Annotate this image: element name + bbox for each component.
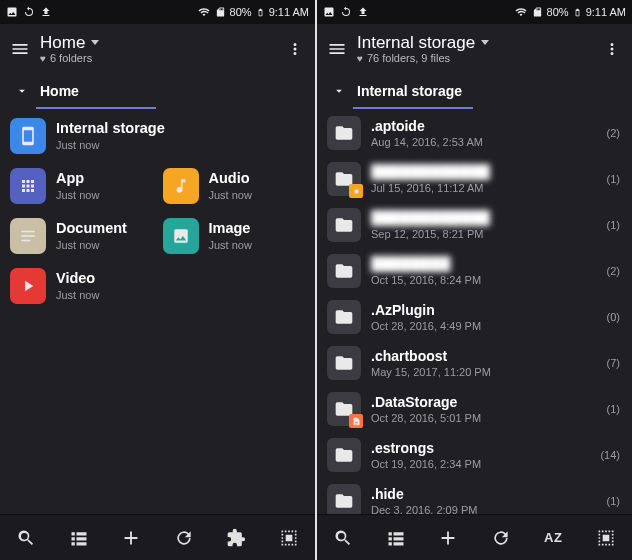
folder-icon [327, 254, 361, 288]
search-button[interactable] [328, 523, 358, 553]
app-bar: Internal storage ♥76 folders, 9 files [317, 24, 632, 74]
category-internal-storage[interactable]: Internal storageJust now [10, 114, 305, 158]
file-date: Oct 28, 2016, 5:01 PM [371, 412, 597, 425]
upload-icon [357, 6, 369, 18]
overflow-button[interactable] [600, 37, 624, 61]
add-button[interactable] [433, 523, 463, 553]
status-bar: 80% 9:11 AM [317, 0, 632, 24]
file-count: (2) [607, 265, 620, 277]
list-item[interactable]: .estrongsOct 19, 2016, 2:34 PM(14) [317, 432, 632, 478]
view-button[interactable] [64, 523, 94, 553]
menu-button[interactable] [8, 37, 32, 61]
breadcrumb[interactable]: Home [0, 74, 315, 108]
folder-icon [327, 438, 361, 472]
title-block[interactable]: Home ♥6 folders [40, 34, 99, 65]
file-count: (1) [607, 173, 620, 185]
overflow-button[interactable] [283, 37, 307, 61]
wifi-icon [514, 6, 528, 18]
document-icon [10, 218, 46, 254]
add-button[interactable] [116, 523, 146, 553]
dropdown-icon [481, 40, 489, 45]
file-count: (14) [600, 449, 620, 461]
category-sub: Just now [56, 139, 165, 152]
category-label: Internal storage [56, 120, 165, 137]
file-date: Jul 15, 2016, 11:12 AM [371, 182, 597, 195]
category-document[interactable]: DocumentJust now [10, 214, 153, 258]
file-name: .chartboost [371, 348, 597, 364]
clock-time: 9:11 AM [586, 6, 626, 18]
list-item[interactable]: ████████████Sep 12, 2015, 8:21 PM(1) [317, 202, 632, 248]
file-date: Aug 14, 2016, 2:53 AM [371, 136, 597, 149]
status-bar: 80% 9:11 AM [0, 0, 315, 24]
apps-icon [10, 168, 46, 204]
title-block[interactable]: Internal storage ♥76 folders, 9 files [357, 34, 489, 65]
breadcrumb[interactable]: Internal storage [317, 74, 632, 108]
category-list: Internal storageJust now AppJust now Aud… [0, 108, 315, 308]
breadcrumb-label: Home [40, 83, 79, 99]
file-name: ████████████ [371, 164, 597, 180]
file-count: (1) [607, 403, 620, 415]
file-count: (1) [607, 219, 620, 231]
folder-icon [327, 392, 361, 426]
category-image[interactable]: ImageJust now [163, 214, 306, 258]
app-bar: Home ♥6 folders [0, 24, 315, 74]
refresh-button[interactable] [169, 523, 199, 553]
page-subtitle: 6 folders [50, 52, 92, 64]
page-title: Internal storage [357, 34, 475, 53]
sync-icon [340, 6, 352, 18]
refresh-button[interactable] [486, 523, 516, 553]
search-button[interactable] [11, 523, 41, 553]
upload-icon [40, 6, 52, 18]
list-item[interactable]: .DataStorageOct 28, 2016, 5:01 PM(1) [317, 386, 632, 432]
badge-icon [349, 184, 363, 198]
select-button[interactable] [591, 523, 621, 553]
battery-icon [573, 6, 582, 19]
folder-icon [327, 346, 361, 380]
file-count: (1) [607, 495, 620, 507]
folder-icon [327, 116, 361, 150]
category-label: Video [56, 270, 99, 287]
category-audio[interactable]: AudioJust now [163, 164, 306, 208]
file-date: Dec 3, 2016, 2:09 PM [371, 504, 597, 514]
file-name: .aptoide [371, 118, 597, 134]
pane-internal-storage: 80% 9:11 AM Internal storage ♥76 folders… [317, 0, 632, 560]
file-date: Sep 12, 2015, 8:21 PM [371, 228, 597, 241]
file-date: May 15, 2017, 11:20 PM [371, 366, 597, 379]
image-icon [6, 6, 18, 18]
folder-icon [327, 208, 361, 242]
category-label: App [56, 170, 99, 187]
list-item[interactable]: .AzPluginOct 28, 2016, 4:49 PM(0) [317, 294, 632, 340]
image-icon [323, 6, 335, 18]
file-count: (0) [607, 311, 620, 323]
file-name: .estrongs [371, 440, 590, 456]
list-item[interactable]: .hideDec 3, 2016, 2:09 PM(1) [317, 478, 632, 514]
phone-icon [10, 118, 46, 154]
category-app[interactable]: AppJust now [10, 164, 153, 208]
category-label: Audio [209, 170, 252, 187]
category-sub: Just now [56, 289, 99, 302]
file-name: .hide [371, 486, 597, 502]
extensions-button[interactable] [221, 523, 251, 553]
file-name: .DataStorage [371, 394, 597, 410]
music-icon [163, 168, 199, 204]
list-item[interactable]: ████████████Jul 15, 2016, 11:12 AM(1) [317, 156, 632, 202]
file-list[interactable]: .aptoideAug 14, 2016, 2:53 AM(2)████████… [317, 108, 632, 514]
file-name: .AzPlugin [371, 302, 597, 318]
list-item[interactable]: .chartboostMay 15, 2017, 11:20 PM(7) [317, 340, 632, 386]
view-button[interactable] [381, 523, 411, 553]
page-subtitle: 76 folders, 9 files [367, 52, 450, 64]
list-item[interactable]: .aptoideAug 14, 2016, 2:53 AM(2) [317, 110, 632, 156]
sd-card-icon [215, 6, 226, 18]
sd-card-icon [532, 6, 543, 18]
dropdown-icon [91, 40, 99, 45]
select-button[interactable] [274, 523, 304, 553]
sync-icon [23, 6, 35, 18]
category-sub: Just now [209, 239, 252, 252]
category-sub: Just now [56, 239, 127, 252]
heart-icon: ♥ [40, 53, 46, 64]
pane-home: 80% 9:11 AM Home ♥6 folders Home [0, 0, 315, 560]
category-video[interactable]: VideoJust now [10, 264, 158, 308]
sort-button[interactable]: AZ [538, 523, 568, 553]
menu-button[interactable] [325, 37, 349, 61]
list-item[interactable]: ████████Oct 15, 2016, 8:24 PM(2) [317, 248, 632, 294]
